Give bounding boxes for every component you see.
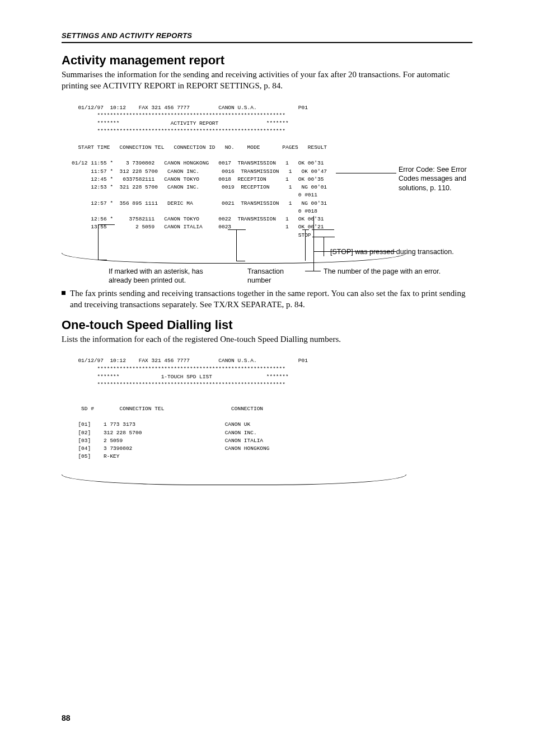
report-row: [04] 3 7390802 CANON HONGKONG <box>72 445 396 453</box>
tearoff-edge <box>62 475 406 485</box>
report-title-line: ******* 1-TOUCH SPD LIST ******* <box>72 373 396 381</box>
callout-error-code: Error Code: See Error Codes messages and… <box>399 165 488 194</box>
section-para-activity: Summarises the information for the sendi… <box>62 69 472 92</box>
bullet-text: The fax prints sending and receiving tra… <box>70 288 472 311</box>
report-row: [05] R-KEY <box>72 453 396 461</box>
bullet-note: The fax prints sending and receiving tra… <box>62 288 472 311</box>
report-row: [02] 312 228 5700 CANON INC. <box>72 429 396 437</box>
page-number: 88 <box>62 713 71 722</box>
report-header-line: 01/12/97 10:12 FAX 321 456 7777 CANON U.… <box>72 357 396 365</box>
header-rule <box>62 42 472 43</box>
section-title-activity: Activity management report <box>62 53 472 68</box>
callout-asterisk: If marked with an asterisk, has already … <box>109 267 221 286</box>
square-bullet-icon <box>62 291 65 295</box>
callout-stop: [STOP] was pressed during transaction. <box>330 247 470 257</box>
report-row: [03] 2 5059 CANON ITALIA <box>72 437 396 445</box>
report-stars: ****************************************… <box>72 365 396 373</box>
running-header: SETTINGS AND ACTIVITY REPORTS <box>62 31 472 40</box>
report-columns: SD # CONNECTION TEL CONNECTION <box>72 405 396 413</box>
callout-transaction: Transaction number <box>247 267 309 286</box>
onetouch-report-printout: 01/12/97 10:12 FAX 321 456 7777 CANON U.… <box>62 351 406 484</box>
report-row: [01] 1 773 3173 CANON UK <box>72 421 396 429</box>
callout-page-error: The number of the page with an error. <box>324 267 475 276</box>
report-stars: ****************************************… <box>72 381 396 389</box>
section-title-onetouch: One-touch Speed Dialling list <box>62 318 472 332</box>
callouts-layer: Error Code: See Error Codes messages and… <box>62 98 472 283</box>
section-para-onetouch: Lists the information for each of the re… <box>62 334 472 345</box>
